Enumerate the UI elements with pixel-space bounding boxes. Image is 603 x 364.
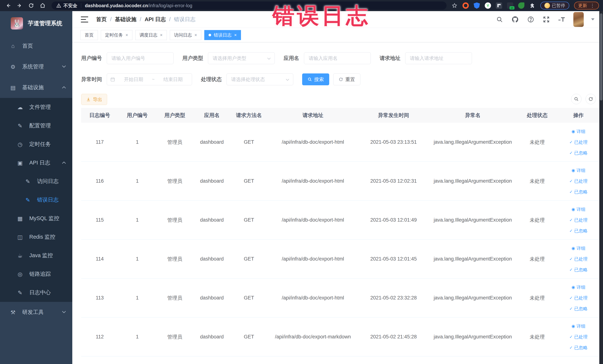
sidebar-item-access-log[interactable]: ✎ 访问日志 bbox=[0, 172, 72, 191]
extension-shield-icon[interactable] bbox=[474, 2, 480, 9]
close-icon[interactable]: × bbox=[126, 33, 128, 37]
breadcrumb-infra[interactable]: 基础设施 bbox=[115, 16, 136, 23]
tab-home[interactable]: 首页 bbox=[81, 30, 98, 40]
detail-link[interactable]: ◉详细 bbox=[571, 245, 585, 251]
sidebar-item-system[interactable]: ⚙ 系统管理 bbox=[0, 56, 72, 77]
app-name-input[interactable] bbox=[304, 52, 371, 64]
refresh-table-button[interactable] bbox=[586, 94, 596, 104]
url-path: /infra/log/api-error-log bbox=[148, 3, 192, 8]
sidebar-item-error-log[interactable]: ✎ 错误日志 bbox=[0, 191, 72, 209]
address-bar[interactable]: 不安全 dashboard.yudao.iocoder.cn/infra/log… bbox=[52, 1, 447, 10]
security-label: 不安全 bbox=[63, 3, 77, 9]
mark-ignored-link[interactable]: ✓已忽略 bbox=[569, 189, 587, 195]
sidebar-item-label: 错误日志 bbox=[37, 196, 58, 204]
extension-puzzle-icon[interactable] bbox=[529, 2, 535, 9]
sidebar-item-java-monitor[interactable]: ☕ Java 监控 bbox=[0, 246, 72, 265]
forward-icon[interactable] bbox=[16, 1, 24, 10]
security-warning[interactable]: 不安全 bbox=[56, 3, 77, 9]
sidebar-item-config-manage[interactable]: ✎ 配置管理 bbox=[0, 117, 72, 135]
profile-paused-label: 已暂停 bbox=[552, 3, 565, 9]
fullscreen-icon[interactable] bbox=[542, 15, 550, 23]
close-icon[interactable]: × bbox=[195, 33, 197, 37]
font-size-icon[interactable] bbox=[558, 15, 566, 23]
browser-scrollbar[interactable] bbox=[599, 11, 603, 364]
column-header: 异常名 bbox=[429, 108, 517, 123]
mark-processed-link[interactable]: ✓已处理 bbox=[569, 256, 587, 262]
sidebar-item-dev-tools[interactable]: ⚒ 研发工具 bbox=[0, 302, 72, 323]
mark-processed-link[interactable]: ✓已处理 bbox=[569, 295, 587, 301]
sidebar-item-home[interactable]: ⌂ 首页 bbox=[0, 35, 72, 56]
mark-ignored-link[interactable]: ✓已忽略 bbox=[569, 228, 587, 234]
date-range-picker[interactable]: 开始日期 ~ 结束日期 bbox=[107, 73, 192, 85]
hide-search-button[interactable] bbox=[571, 94, 581, 104]
process-status-select[interactable]: 请选择处理状态 bbox=[227, 73, 293, 85]
detail-link[interactable]: ◉详细 bbox=[571, 167, 585, 173]
tab-scheduled-jobs[interactable]: 定时任务 × bbox=[101, 30, 132, 40]
scrollbar-thumb[interactable] bbox=[600, 13, 603, 101]
log-id-cell: 117 bbox=[81, 123, 118, 162]
sidebar-logo[interactable]: 🐰 芋道管理系统 bbox=[0, 11, 72, 35]
mark-processed-link[interactable]: ✓已处理 bbox=[569, 334, 587, 340]
mark-ignored-link[interactable]: ✓已忽略 bbox=[569, 306, 587, 312]
sidebar-item-infra[interactable]: ▤ 基础设施 bbox=[0, 77, 72, 98]
close-icon[interactable]: × bbox=[234, 33, 237, 37]
detail-link[interactable]: ◉详细 bbox=[571, 206, 585, 212]
sidebar-item-redis-monitor[interactable]: ◫ Redis 监控 bbox=[0, 228, 72, 246]
browser-menu-icon[interactable]: ⋮ bbox=[590, 3, 595, 9]
mark-ignored-link[interactable]: ✓已忽略 bbox=[569, 150, 587, 156]
mark-processed-link[interactable]: ✓已处理 bbox=[569, 139, 587, 145]
user-menu-caret-icon[interactable] bbox=[591, 18, 594, 20]
breadcrumb-home[interactable]: 首页 bbox=[96, 16, 107, 23]
sidebar-item-scheduled-jobs[interactable]: ◷ 定时任务 bbox=[0, 135, 72, 153]
user-type-select[interactable]: 请选择用户类型 bbox=[208, 52, 275, 64]
search-button[interactable]: 搜索 bbox=[302, 73, 329, 85]
sidebar-item-trace[interactable]: ◎ 链路追踪 bbox=[0, 265, 72, 283]
tab-error-log[interactable]: 错误日志 × bbox=[204, 30, 241, 40]
tab-access-log[interactable]: 访问日志 × bbox=[170, 30, 201, 40]
profile-paused-chip[interactable]: 已暂停 bbox=[540, 2, 569, 10]
mark-ignored-link[interactable]: ✓已忽略 bbox=[569, 267, 587, 273]
request-url-label: 请求地址 bbox=[380, 55, 400, 62]
back-icon[interactable] bbox=[4, 1, 12, 10]
home-icon[interactable] bbox=[39, 1, 47, 10]
method-cell: GET bbox=[231, 201, 267, 239]
extension-leaf-icon[interactable] bbox=[518, 2, 524, 9]
sidebar-item-mysql-monitor[interactable]: ▦ MySQL 监控 bbox=[0, 209, 72, 228]
extension-adblock-icon[interactable] bbox=[463, 2, 469, 9]
help-icon[interactable] bbox=[527, 15, 535, 23]
mark-processed-link[interactable]: ✓已处理 bbox=[569, 217, 587, 223]
update-button[interactable]: 更新 ⋮ bbox=[574, 2, 599, 10]
extension-v-icon[interactable]: V bbox=[485, 2, 491, 9]
reset-button-label: 重置 bbox=[345, 76, 355, 83]
bookmark-star-icon[interactable] bbox=[451, 2, 458, 9]
table-row: 115 1 管理员 dashboard GET /api/infra/db-do… bbox=[81, 201, 599, 240]
log-id-cell: 115 bbox=[81, 201, 118, 239]
breadcrumb-api-log[interactable]: API 日志 bbox=[145, 16, 166, 23]
url-text[interactable]: dashboard.yudao.iocoder.cn/infra/log/api… bbox=[85, 3, 192, 8]
collapse-sidebar-icon[interactable] bbox=[81, 16, 88, 23]
detail-link[interactable]: ◉详细 bbox=[571, 129, 585, 134]
export-button[interactable]: 导出 bbox=[81, 94, 107, 105]
detail-link[interactable]: ◉详细 bbox=[571, 284, 585, 290]
tab-schedule-log[interactable]: 调度日志 × bbox=[135, 30, 167, 40]
tools-icon: ⚒ bbox=[9, 309, 17, 316]
search-icon[interactable] bbox=[496, 15, 504, 23]
sidebar-item-log-center[interactable]: ✎ 日志中心 bbox=[0, 283, 72, 302]
user-id-input[interactable] bbox=[107, 52, 174, 64]
close-icon[interactable]: × bbox=[160, 33, 162, 37]
reset-button[interactable]: 重置 bbox=[333, 73, 360, 85]
detail-link[interactable]: ◉详细 bbox=[571, 323, 585, 329]
sidebar-item-api-log[interactable]: ▣ API 日志 bbox=[0, 153, 72, 172]
sidebar-item-file-manage[interactable]: ☁ 文件管理 bbox=[0, 98, 72, 117]
sidebar-item-label: 链路追踪 bbox=[29, 270, 51, 278]
extension-on-toggle-icon[interactable]: on bbox=[507, 2, 513, 9]
user-avatar[interactable] bbox=[573, 12, 584, 27]
mark-ignored-link[interactable]: ✓已忽略 bbox=[569, 345, 587, 351]
column-header: 用户类型 bbox=[156, 108, 193, 123]
github-icon[interactable] bbox=[511, 15, 519, 23]
extension-grid-icon[interactable] bbox=[496, 2, 502, 9]
request-url-input[interactable] bbox=[405, 52, 472, 64]
reload-icon[interactable] bbox=[27, 1, 35, 10]
mark-processed-link[interactable]: ✓已处理 bbox=[569, 178, 587, 184]
check-icon: ✓ bbox=[569, 257, 573, 261]
